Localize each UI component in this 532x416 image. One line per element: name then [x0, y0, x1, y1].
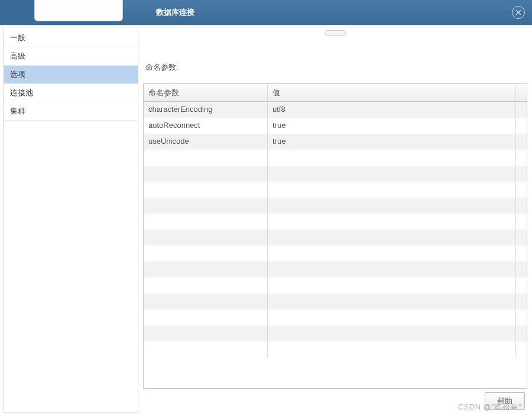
- titlebar: 数据库连接: [0, 0, 532, 25]
- dialog-body: 一般 高级 选项 连接池 集群 命名参数: 命名参数 值 characterEn…: [0, 25, 532, 416]
- table-row[interactable]: [144, 150, 527, 166]
- table-row[interactable]: [144, 309, 527, 325]
- table-row[interactable]: [144, 262, 527, 278]
- cell-end: [516, 214, 527, 230]
- cell-value[interactable]: [268, 309, 516, 325]
- cell-param[interactable]: characterEncoding: [144, 102, 268, 118]
- table-row[interactable]: [144, 325, 527, 341]
- cell-value[interactable]: [268, 150, 516, 166]
- help-button[interactable]: 帮助: [485, 392, 525, 410]
- cell-end: [516, 262, 527, 278]
- cell-param[interactable]: useUnicode: [144, 134, 268, 150]
- cell-param[interactable]: [144, 198, 268, 214]
- cell-param[interactable]: [144, 182, 268, 198]
- cell-end: [516, 182, 527, 198]
- table-row[interactable]: [144, 278, 527, 294]
- table-row[interactable]: [144, 182, 527, 198]
- cell-end: [516, 309, 527, 325]
- cell-param[interactable]: autoReconnect: [144, 118, 268, 134]
- cell-param[interactable]: [144, 309, 268, 325]
- table-row[interactable]: [144, 214, 527, 230]
- table-header: 命名参数 值: [144, 84, 527, 102]
- sidebar-item-pool[interactable]: 连接池: [4, 84, 138, 102]
- table-row[interactable]: [144, 294, 527, 309]
- cell-param[interactable]: [144, 166, 268, 182]
- titlebar-logo: [34, 0, 123, 21]
- cell-end: [516, 278, 527, 294]
- cell-end: [516, 166, 527, 182]
- cell-param[interactable]: [144, 230, 268, 246]
- cell-end: [516, 230, 527, 246]
- cell-value[interactable]: [268, 341, 516, 357]
- table-row[interactable]: [144, 341, 527, 357]
- close-icon: [515, 9, 522, 16]
- section-label: 命名参数:: [145, 62, 527, 73]
- titlebar-left-slot: [0, 0, 34, 25]
- cell-value[interactable]: true: [268, 134, 516, 150]
- main-panel: 命名参数: 命名参数 值 characterEncodingutf8autoRe…: [138, 25, 532, 416]
- col-header-param[interactable]: 命名参数: [144, 84, 268, 101]
- cell-value[interactable]: true: [268, 118, 516, 134]
- cell-value[interactable]: [268, 294, 516, 309]
- table-row[interactable]: [144, 230, 527, 246]
- sidebar-item-general[interactable]: 一般: [4, 29, 138, 47]
- sidebar: 一般 高级 选项 连接池 集群: [4, 29, 138, 412]
- cell-param[interactable]: [144, 246, 268, 262]
- cell-value[interactable]: [268, 246, 516, 262]
- cell-value[interactable]: utf8: [268, 102, 516, 118]
- cell-value[interactable]: [268, 166, 516, 182]
- cell-value[interactable]: [268, 230, 516, 246]
- table-row[interactable]: [144, 198, 527, 214]
- cell-param[interactable]: [144, 294, 268, 309]
- cell-param[interactable]: [144, 262, 268, 278]
- table-row[interactable]: autoReconnecttrue: [144, 118, 527, 134]
- cell-param[interactable]: [144, 150, 268, 166]
- cell-param[interactable]: [144, 214, 268, 230]
- col-header-value[interactable]: 值: [268, 84, 516, 101]
- col-header-end: [516, 84, 527, 101]
- cell-param[interactable]: [144, 325, 268, 341]
- cell-value[interactable]: [268, 214, 516, 230]
- table-row[interactable]: [144, 246, 527, 262]
- sidebar-item-options[interactable]: 选项: [4, 66, 138, 84]
- cell-param[interactable]: [144, 341, 268, 357]
- cell-value[interactable]: [268, 198, 516, 214]
- cell-value[interactable]: [268, 182, 516, 198]
- cell-value[interactable]: [268, 278, 516, 294]
- cell-value[interactable]: [268, 325, 516, 341]
- table-row[interactable]: useUnicodetrue: [144, 134, 527, 150]
- resize-handle[interactable]: [325, 30, 346, 36]
- cell-end: [516, 325, 527, 341]
- footer: 帮助: [143, 389, 527, 411]
- table-row[interactable]: characterEncodingutf8: [144, 102, 527, 118]
- cell-end: [516, 341, 527, 357]
- cell-value[interactable]: [268, 262, 516, 278]
- table-body: characterEncodingutf8autoReconnecttrueus…: [144, 102, 527, 388]
- cell-end: [516, 198, 527, 214]
- sidebar-item-advanced[interactable]: 高级: [4, 47, 138, 66]
- cell-end: [516, 102, 527, 118]
- sidebar-item-cluster[interactable]: 集群: [4, 102, 138, 121]
- params-table: 命名参数 值 characterEncodingutf8autoReconnec…: [143, 83, 527, 389]
- dialog-title: 数据库连接: [156, 7, 194, 18]
- cell-param[interactable]: [144, 278, 268, 294]
- cell-end: [516, 294, 527, 309]
- close-button[interactable]: [512, 6, 525, 19]
- table-row[interactable]: [144, 166, 527, 182]
- cell-end: [516, 246, 527, 262]
- cell-end: [516, 118, 527, 134]
- cell-end: [516, 150, 527, 166]
- cell-end: [516, 134, 527, 150]
